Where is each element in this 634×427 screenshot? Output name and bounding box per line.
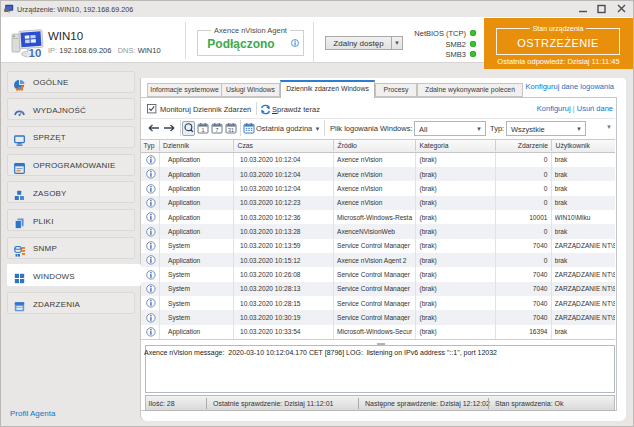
- svg-text:7: 7: [216, 127, 219, 133]
- svg-text:10: 10: [29, 47, 42, 59]
- svg-text:1: 1: [202, 127, 205, 133]
- svg-text:31: 31: [228, 127, 234, 133]
